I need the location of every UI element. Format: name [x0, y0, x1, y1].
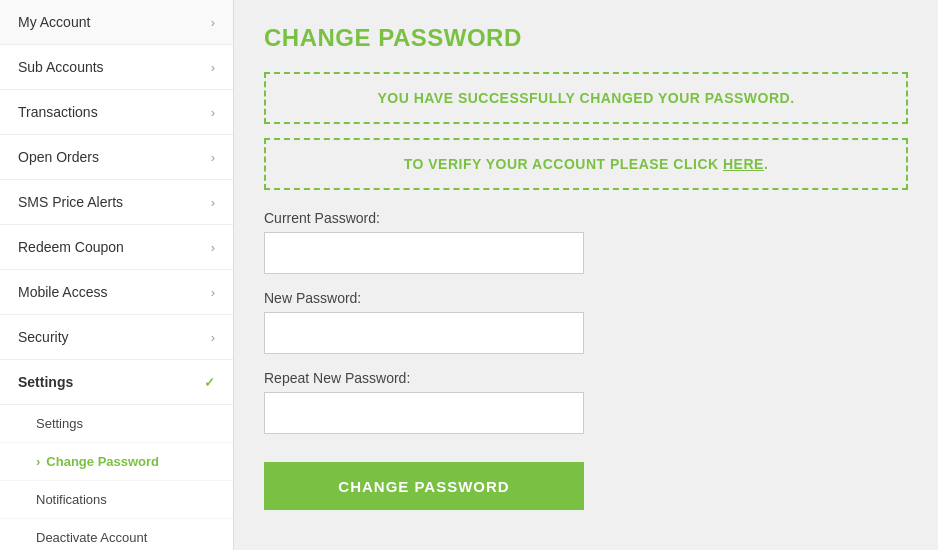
new-password-label: New Password: — [264, 290, 908, 306]
verify-message-suffix: . — [764, 156, 768, 172]
sidebar-item-sms-price-alerts[interactable]: SMS Price Alerts › — [0, 180, 233, 225]
sidebar-item-security[interactable]: Security › — [0, 315, 233, 360]
sidebar-settings-submenu: Settings › Change Password Notifications… — [0, 405, 233, 550]
sidebar-subitem-notifications[interactable]: Notifications — [0, 481, 233, 519]
chevron-right-icon: › — [211, 150, 215, 165]
sidebar-subitem-deactivate-account[interactable]: Deactivate Account — [0, 519, 233, 550]
verify-banner: TO VERIFY YOUR ACCOUNT PLEASE CLICK HERE… — [264, 138, 908, 190]
chevron-right-icon: › — [211, 105, 215, 120]
chevron-right-icon: › — [211, 330, 215, 345]
sidebar-item-sub-accounts[interactable]: Sub Accounts › — [0, 45, 233, 90]
sidebar-item-open-orders[interactable]: Open Orders › — [0, 135, 233, 180]
new-password-group: New Password: — [264, 290, 908, 354]
verify-link[interactable]: HERE — [723, 156, 764, 172]
chevron-right-icon: › — [211, 15, 215, 30]
sidebar-sub-item-label: Settings — [36, 416, 83, 431]
sidebar-item-label: Security — [18, 329, 69, 345]
success-banner: YOU HAVE SUCCESSFULLY CHANGED YOUR PASSW… — [264, 72, 908, 124]
sidebar-sub-item-label: Deactivate Account — [36, 530, 147, 545]
sidebar: My Account › Sub Accounts › Transactions… — [0, 0, 234, 550]
sidebar-sub-item-label: Notifications — [36, 492, 107, 507]
chevron-down-icon: ✓ — [204, 375, 215, 390]
sidebar-item-label: SMS Price Alerts — [18, 194, 123, 210]
chevron-right-icon: › — [211, 285, 215, 300]
change-password-button[interactable]: CHANGE PASSWORD — [264, 462, 584, 510]
repeat-password-group: Repeat New Password: — [264, 370, 908, 434]
sidebar-subitem-change-password[interactable]: › Change Password — [0, 443, 233, 481]
sidebar-item-label: Settings — [18, 374, 73, 390]
sidebar-item-label: Mobile Access — [18, 284, 107, 300]
current-password-label: Current Password: — [264, 210, 908, 226]
verify-message-prefix: TO VERIFY YOUR ACCOUNT PLEASE CLICK — [404, 156, 723, 172]
page-title: CHANGE PASSWORD — [264, 24, 908, 52]
sidebar-subitem-settings[interactable]: Settings — [0, 405, 233, 443]
sidebar-item-settings[interactable]: Settings ✓ — [0, 360, 233, 405]
chevron-right-icon: › — [211, 240, 215, 255]
chevron-right-icon: › — [211, 60, 215, 75]
sidebar-item-transactions[interactable]: Transactions › — [0, 90, 233, 135]
main-content: CHANGE PASSWORD YOU HAVE SUCCESSFULLY CH… — [234, 0, 938, 550]
sidebar-item-label: Sub Accounts — [18, 59, 104, 75]
current-password-input[interactable] — [264, 232, 584, 274]
new-password-input[interactable] — [264, 312, 584, 354]
success-message: YOU HAVE SUCCESSFULLY CHANGED YOUR PASSW… — [377, 90, 794, 106]
sidebar-item-label: Transactions — [18, 104, 98, 120]
sidebar-item-mobile-access[interactable]: Mobile Access › — [0, 270, 233, 315]
sidebar-sub-item-label: Change Password — [46, 454, 159, 469]
chevron-right-active-icon: › — [36, 454, 40, 469]
sidebar-item-label: Open Orders — [18, 149, 99, 165]
sidebar-item-my-account[interactable]: My Account › — [0, 0, 233, 45]
sidebar-item-label: My Account — [18, 14, 90, 30]
sidebar-item-redeem-coupon[interactable]: Redeem Coupon › — [0, 225, 233, 270]
current-password-group: Current Password: — [264, 210, 908, 274]
chevron-right-icon: › — [211, 195, 215, 210]
sidebar-item-label: Redeem Coupon — [18, 239, 124, 255]
repeat-password-input[interactable] — [264, 392, 584, 434]
repeat-password-label: Repeat New Password: — [264, 370, 908, 386]
